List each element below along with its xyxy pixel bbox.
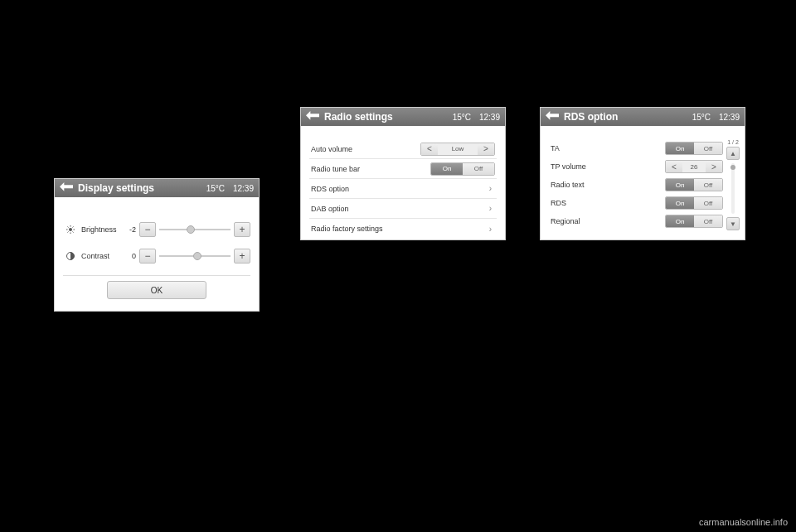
radio-text-row: Radio text On Off xyxy=(549,176,725,194)
tp-volume-spinner: < 26 > xyxy=(665,160,723,173)
back-icon[interactable] xyxy=(546,111,559,123)
contrast-slider[interactable] xyxy=(159,255,231,257)
ok-button[interactable]: OK xyxy=(107,281,206,299)
rds-off-button[interactable]: Off xyxy=(694,197,722,209)
regional-off-button[interactable]: Off xyxy=(694,215,722,227)
rds-option-row[interactable]: RDS option › xyxy=(309,179,497,199)
ta-row: TA On Off xyxy=(549,139,725,157)
tp-volume-value: 26 xyxy=(682,161,706,172)
scroll-track[interactable] xyxy=(731,163,735,214)
back-icon[interactable] xyxy=(60,182,73,194)
regional-on-button[interactable]: On xyxy=(666,215,694,227)
radio-factory-row[interactable]: Radio factory settings › xyxy=(309,219,497,239)
rds-option-panel: RDS option 15°C 12:39 TA On Off TP volum… xyxy=(540,107,745,240)
back-icon[interactable] xyxy=(306,111,319,123)
brightness-plus-button[interactable]: + xyxy=(234,222,250,237)
svg-point-0 xyxy=(69,228,72,231)
contrast-slider-thumb[interactable] xyxy=(193,252,201,260)
ta-on-button[interactable]: On xyxy=(666,143,694,154)
scroll-up-button[interactable]: ▲ xyxy=(726,147,740,160)
radio-tune-bar-toggle: On Off xyxy=(430,162,495,176)
display-settings-header: Display settings 15°C 12:39 xyxy=(55,179,259,197)
regional-toggle: On Off xyxy=(665,215,723,228)
auto-volume-label: Auto volume xyxy=(311,145,420,153)
rds-on-button[interactable]: On xyxy=(666,197,694,209)
auto-volume-next-button[interactable]: > xyxy=(478,143,494,155)
contrast-plus-button[interactable]: + xyxy=(234,249,250,264)
brightness-slider[interactable] xyxy=(159,229,231,230)
header-time: 12:39 xyxy=(233,184,254,193)
brightness-label: Brightness xyxy=(81,225,124,234)
rds-row: RDS On Off xyxy=(549,194,725,212)
radio-text-off-button[interactable]: Off xyxy=(694,179,722,191)
brightness-slider-thumb[interactable] xyxy=(187,225,195,234)
scroll-thumb[interactable] xyxy=(730,165,735,170)
scroll-down-button[interactable]: ▼ xyxy=(726,217,740,230)
contrast-value: 0 xyxy=(124,252,136,260)
ta-label: TA xyxy=(551,144,665,152)
radio-tune-bar-row: Radio tune bar On Off xyxy=(309,159,497,179)
chevron-right-icon: › xyxy=(486,184,495,193)
chevron-right-icon: › xyxy=(486,204,495,213)
auto-volume-value: Low xyxy=(438,143,478,155)
page-indicator: 1 / 2 xyxy=(727,139,739,145)
radio-tune-bar-on-button[interactable]: On xyxy=(431,163,463,175)
svg-line-6 xyxy=(73,232,74,233)
brightness-value: -2 xyxy=(124,225,136,234)
radio-text-toggle: On Off xyxy=(665,178,723,191)
rds-option-label: RDS option xyxy=(311,185,486,193)
regional-label: Regional xyxy=(551,217,665,225)
display-settings-panel: Display settings 15°C 12:39 Brightness -… xyxy=(54,178,260,312)
auto-volume-spinner: < Low > xyxy=(420,143,495,156)
ta-off-button[interactable]: Off xyxy=(694,143,722,154)
header-temp: 15°C xyxy=(692,113,711,122)
contrast-icon xyxy=(63,251,78,261)
radio-settings-header: Radio settings 15°C 12:39 xyxy=(301,108,505,126)
header-time: 12:39 xyxy=(719,113,740,122)
chevron-right-icon: › xyxy=(486,225,495,234)
brightness-icon xyxy=(63,225,78,235)
radio-tune-bar-label: Radio tune bar xyxy=(311,165,430,173)
dab-option-row[interactable]: DAB option › xyxy=(309,199,497,219)
tp-volume-label: TP volume xyxy=(551,162,665,171)
svg-line-8 xyxy=(73,227,74,228)
rds-option-title: RDS option xyxy=(564,111,618,123)
contrast-minus-button[interactable]: − xyxy=(139,249,156,264)
rds-label: RDS xyxy=(551,199,665,207)
radio-settings-panel: Radio settings 15°C 12:39 Auto volume < … xyxy=(300,107,506,240)
contrast-label: Contrast xyxy=(81,252,124,260)
header-temp: 15°C xyxy=(453,113,471,122)
rds-option-header: RDS option 15°C 12:39 xyxy=(541,108,745,126)
rds-scrollbar: 1 / 2 ▲ ▼ xyxy=(725,139,741,230)
watermark: carmanualsonline.info xyxy=(699,517,788,527)
radio-settings-title: Radio settings xyxy=(324,111,393,123)
rds-toggle: On Off xyxy=(665,196,723,210)
ta-toggle: On Off xyxy=(665,142,723,155)
header-time: 12:39 xyxy=(479,113,500,122)
auto-volume-row: Auto volume < Low > xyxy=(309,139,497,159)
radio-text-on-button[interactable]: On xyxy=(666,179,694,191)
dab-option-label: DAB option xyxy=(311,205,486,213)
svg-line-7 xyxy=(68,232,69,233)
tp-volume-prev-button[interactable]: < xyxy=(666,161,682,172)
tp-volume-row: TP volume < 26 > xyxy=(549,157,725,176)
radio-tune-bar-off-button[interactable]: Off xyxy=(463,163,494,175)
tp-volume-next-button[interactable]: > xyxy=(706,161,722,172)
radio-factory-label: Radio factory settings xyxy=(311,225,486,233)
regional-row: Regional On Off xyxy=(549,212,725,230)
brightness-minus-button[interactable]: − xyxy=(139,222,156,237)
brightness-row: Brightness -2 − + xyxy=(63,222,250,237)
header-temp: 15°C xyxy=(206,184,225,193)
display-settings-title: Display settings xyxy=(78,182,154,194)
radio-text-label: Radio text xyxy=(551,181,665,189)
contrast-row: Contrast 0 − + xyxy=(63,249,250,264)
svg-line-5 xyxy=(68,227,69,228)
auto-volume-prev-button[interactable]: < xyxy=(421,143,438,155)
